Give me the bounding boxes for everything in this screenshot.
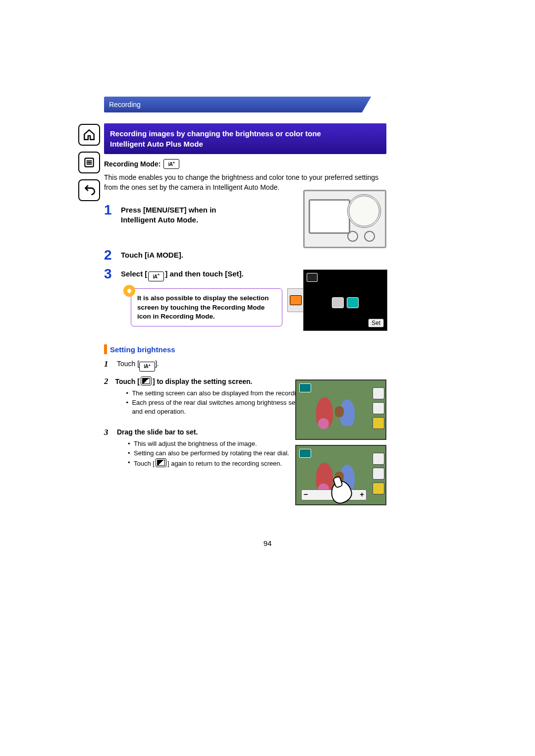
step-2-text: Touch [iA MODE]. — [121, 248, 183, 262]
ia-plus-icon — [163, 159, 179, 169]
brightness-slide-illustration — [295, 445, 386, 505]
mode-badge-icon — [299, 383, 311, 392]
mode-badge-icon — [307, 273, 318, 282]
mode-badge-icon — [299, 449, 311, 458]
recording-mode-line: Recording Mode: — [104, 159, 386, 169]
side-panel — [373, 387, 383, 429]
bullet: This will adjust the brightness of the i… — [128, 439, 289, 449]
sub1-text-b: ]. — [155, 360, 159, 368]
substep-number: 3 — [104, 428, 117, 468]
heading-line-1: Recording images by changing the brightn… — [110, 128, 380, 139]
step-number: 3 — [104, 267, 118, 282]
mode-select-illustration: Set — [303, 270, 387, 331]
substep-1: 1 Touch []. — [104, 359, 386, 372]
ia-mode-icon — [332, 297, 344, 308]
child-figure — [316, 397, 333, 427]
toc-icon[interactable] — [78, 152, 100, 173]
camera-buttons-icon — [347, 231, 375, 242]
page-number: 94 — [0, 539, 535, 547]
bullet: Setting can also be performed by rotatin… — [128, 449, 289, 458]
ia-plus-icon — [139, 362, 155, 372]
substep-3-bullets: This will adjust the brightness of the i… — [128, 439, 289, 469]
sub1-text-a: Touch [ — [117, 360, 139, 368]
tip-text: It is also possible to display the selec… — [137, 294, 269, 320]
side-panel — [373, 453, 383, 494]
exposure-panel-icon — [373, 483, 384, 494]
brightness-screen-illustration — [295, 379, 386, 440]
exposure-icon — [156, 458, 166, 467]
step-2: 2 Touch [iA MODE]. — [104, 248, 386, 262]
bullet: Touch [] again to return to the recordin… — [128, 458, 289, 469]
substep-1-text: Touch []. — [117, 359, 159, 372]
camera-lcd-icon — [309, 199, 350, 234]
recording-mode-label: Recording Mode: — [104, 160, 160, 168]
section-heading: Recording images by changing the brightn… — [104, 123, 386, 154]
sub2-bold-a: Touch [ — [115, 378, 140, 385]
subhead-accent — [104, 344, 107, 354]
substep-number: 1 — [104, 359, 117, 372]
step-3-text-a: Select [ — [121, 270, 147, 278]
exposure-panel-icon — [373, 417, 384, 429]
ia-selected-icon — [290, 295, 302, 305]
drag-hand-icon — [331, 481, 352, 503]
bullet-text-b: and end operation. — [132, 408, 185, 415]
ia-plus-icon — [148, 271, 164, 281]
tip-callout: It is also possible to display the selec… — [131, 288, 282, 326]
heading-line-2: Intelligent Auto Plus Mode — [110, 139, 380, 149]
child-figure — [316, 463, 333, 492]
step-3-text-b: ] and then touch [Set]. — [165, 270, 243, 278]
substep-number: 2 — [104, 377, 115, 417]
child-figure — [340, 399, 355, 426]
exposure-icon — [141, 377, 152, 385]
lightbulb-icon — [123, 285, 135, 297]
set-button: Set — [368, 319, 384, 327]
step-number: 1 — [104, 203, 118, 225]
camera-dial-icon — [347, 194, 381, 228]
subheading: Setting brightness — [110, 345, 175, 354]
ia-plus-mode-icon — [347, 297, 359, 308]
step-3-text: Select [] and then touch [Set]. — [121, 267, 244, 282]
manual-page: Recording Recording images by changing t… — [0, 0, 535, 756]
home-icon[interactable] — [78, 124, 100, 146]
bullet-text-a: Touch [ — [134, 460, 155, 467]
sub2-bold: Touch [] to display the setting screen. — [115, 378, 252, 385]
sub3-bold: Drag the slide bar to set. — [117, 428, 198, 436]
substep-3-text: Drag the slide bar to set. This will adj… — [117, 428, 289, 468]
camera-back-illustration — [303, 190, 386, 248]
back-icon[interactable] — [78, 179, 100, 201]
mode-options — [332, 297, 359, 308]
breadcrumb: Recording — [104, 97, 386, 112]
subheading-row: Setting brightness — [104, 344, 386, 354]
bullet-text-b: ] again to return to the recording scree… — [167, 460, 282, 467]
sidebar-nav — [78, 124, 99, 207]
step-1-text: Press [MENU/SET] when in Intelligent Aut… — [121, 203, 245, 225]
step-number: 2 — [104, 248, 118, 262]
sub2-bold-b: ] to display the setting screen. — [153, 378, 253, 385]
